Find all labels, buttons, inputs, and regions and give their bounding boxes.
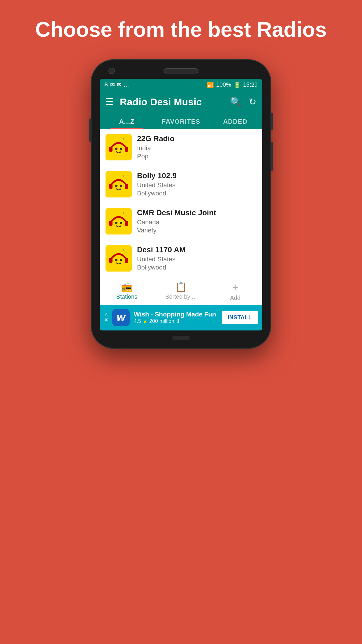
station-country: Canada	[137, 218, 256, 226]
station-info: CMR Desi Music Joint Canada Variety	[137, 208, 256, 234]
svg-rect-19	[125, 184, 128, 189]
app-title: Radio Desi Music	[120, 96, 224, 108]
svg-point-8	[115, 148, 117, 150]
phone-bottom-bar	[100, 336, 262, 340]
svg-text:♪: ♪	[122, 210, 124, 215]
station-info: Bolly 102.9 United States Bollywood	[137, 171, 256, 197]
ad-logo: w	[112, 309, 130, 326]
ad-banner: A ✕ w Wish - Shopping Made Fun 4.5 ★ 200…	[100, 305, 262, 330]
station-country: India	[137, 144, 256, 152]
tab-az[interactable]: A...Z	[100, 113, 154, 129]
svg-line-26	[125, 212, 127, 214]
svg-line-14	[125, 175, 127, 176]
nav-add[interactable]: + Add	[208, 277, 262, 305]
station-item[interactable]: ♪ ♩ 22G Radio India Pop	[100, 129, 262, 166]
sorted-label: Sorted by ...	[165, 293, 197, 300]
tabs-bar: A...Z FAVORITES ADDED	[100, 113, 262, 129]
ad-close: A ✕	[104, 312, 108, 323]
tab-added[interactable]: ADDED	[208, 113, 262, 129]
status-bar: S ✉ ✉ ... 📶 100% 🔋 15:29	[100, 79, 262, 91]
svg-point-9	[120, 148, 122, 150]
stations-icon: 📻	[121, 281, 133, 292]
station-genre: Pop	[137, 153, 256, 160]
svg-text:♩: ♩	[125, 251, 127, 255]
station-genre: Variety	[137, 227, 256, 234]
bottom-nav: 📻 Stations 📋 Sorted by ... + Add	[100, 277, 262, 305]
station-logo: ♪ ♩	[106, 245, 132, 272]
add-icon: +	[232, 281, 238, 293]
star-icon: ★	[143, 318, 147, 325]
station-logo: ♪ ♩	[106, 134, 132, 160]
svg-text:♪: ♪	[122, 247, 124, 252]
front-camera	[108, 68, 115, 74]
station-name: Desi 1170 AM	[137, 245, 256, 254]
hamburger-menu-icon[interactable]: ☰	[106, 96, 114, 107]
search-icon[interactable]: 🔍	[230, 96, 242, 107]
download-icon: ⬇	[176, 318, 180, 325]
clock: 15:29	[243, 81, 258, 88]
svg-point-20	[115, 185, 117, 187]
battery-text: 100%	[216, 81, 231, 88]
station-item[interactable]: ♪ ♩ Desi 1170 AM United States Bollywood	[100, 240, 262, 277]
svg-text:♪: ♪	[122, 173, 124, 178]
left-button	[89, 118, 92, 142]
station-name: Bolly 102.9	[137, 171, 256, 180]
phone-screen: S ✉ ✉ ... 📶 100% 🔋 15:29 ☰ Radio Desi Mu…	[100, 79, 262, 330]
svg-point-21	[120, 185, 122, 187]
station-logo: ♪ ♩	[106, 208, 132, 235]
svg-line-4	[110, 138, 112, 139]
svg-line-2	[125, 138, 127, 139]
svg-point-33	[120, 222, 122, 224]
svg-line-40	[110, 249, 112, 251]
station-item[interactable]: ♪ ♩ CMR Desi Music Joint Canada Variety	[100, 203, 262, 240]
nav-stations[interactable]: 📻 Stations	[100, 277, 154, 305]
svg-rect-7	[125, 147, 128, 152]
app-bar: ☰ Radio Desi Music 🔍 ↻	[100, 91, 262, 113]
station-country: United States	[137, 181, 256, 189]
page-headline: Choose from the best Radios	[12, 18, 350, 42]
svg-text:♩: ♩	[125, 140, 127, 144]
stations-label: Stations	[116, 293, 137, 300]
svg-rect-43	[125, 258, 128, 263]
ad-info: Wish - Shopping Made Fun 4.5 ★ 200 milli…	[134, 311, 218, 325]
station-name: CMR Desi Music Joint	[137, 208, 256, 217]
station-item[interactable]: ♪ ♩ Bolly 102.9 United States Bollywood	[100, 166, 262, 203]
ad-title: Wish - Shopping Made Fun	[134, 311, 218, 318]
app-bar-icons: 🔍 ↻	[230, 96, 256, 107]
station-genre: Bollywood	[137, 190, 256, 197]
svg-point-32	[115, 222, 117, 224]
install-button[interactable]: INSTALL	[222, 311, 258, 324]
svg-text:♪: ♪	[122, 136, 124, 141]
svg-point-45	[120, 259, 122, 261]
svg-rect-6	[109, 147, 113, 152]
status-more: ...	[124, 81, 129, 89]
volume-button	[270, 113, 273, 130]
svg-line-38	[125, 249, 127, 251]
home-bar	[172, 336, 190, 340]
svg-text:♩: ♩	[125, 214, 127, 218]
svg-point-44	[115, 259, 117, 261]
nav-sorted[interactable]: 📋 Sorted by ...	[154, 277, 208, 305]
station-logo: ♪ ♩	[106, 171, 132, 197]
station-list: ♪ ♩ 22G Radio India Pop	[100, 129, 262, 277]
phone-device: S ✉ ✉ ... 📶 100% 🔋 15:29 ☰ Radio Desi Mu…	[91, 59, 271, 349]
status-left: S ✉ ✉ ...	[104, 81, 129, 89]
wifi-icon: 📶	[207, 81, 214, 88]
add-label: Add	[230, 295, 240, 301]
tab-favorites[interactable]: FAVORITES	[154, 113, 208, 129]
svg-rect-31	[125, 221, 128, 226]
station-info: 22G Radio India Pop	[137, 134, 256, 160]
status-right: 📶 100% 🔋 15:29	[207, 81, 258, 88]
battery-icon: 🔋	[233, 81, 241, 88]
refresh-icon[interactable]: ↻	[249, 96, 256, 107]
status-gmail2-icon: ✉	[117, 82, 121, 88]
station-info: Desi 1170 AM United States Bollywood	[137, 245, 256, 271]
phone-top-bar	[100, 68, 262, 74]
svg-text:♩: ♩	[125, 177, 127, 181]
earpiece-speaker	[164, 68, 198, 74]
status-s-icon: S	[104, 82, 108, 88]
power-button	[270, 142, 273, 171]
svg-line-28	[110, 212, 112, 214]
sorted-icon: 📋	[175, 281, 187, 292]
svg-rect-30	[109, 221, 113, 226]
